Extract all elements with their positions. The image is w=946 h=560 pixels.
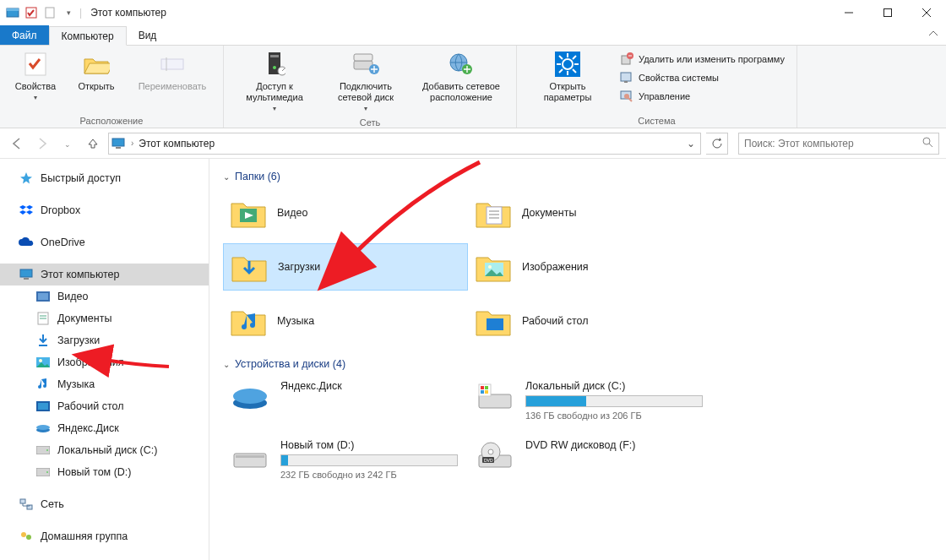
drive-d-label: Новый том (D:) — [280, 439, 461, 451]
folder-tile-music[interactable]: Музыка — [223, 297, 468, 345]
monitor-icon — [19, 267, 34, 282]
sidebar-onedrive-label: OneDrive — [41, 237, 85, 248]
svg-rect-76 — [485, 386, 488, 389]
drive-icon — [35, 465, 51, 480]
tab-file[interactable]: Файл — [0, 25, 49, 45]
sidebar-dropbox[interactable]: Dropbox — [0, 199, 209, 221]
sidebar-onedrive[interactable]: OneDrive — [0, 231, 209, 253]
drive-c-free: 136 ГБ свободно из 206 ГБ — [525, 410, 706, 421]
sidebar-yadisk[interactable]: Яндекс.Диск — [0, 417, 209, 439]
folder-tile-docs[interactable]: Документы — [468, 189, 713, 237]
svg-point-54 — [36, 425, 50, 430]
system-props-label: Свойства системы — [639, 73, 719, 83]
sidebar-homegroup[interactable]: Домашняя группа — [0, 525, 209, 547]
drive-tile-c[interactable]: Локальный диск (C:) 136 ГБ свободно из 2… — [468, 377, 713, 424]
drive-tile-yadisk[interactable]: Яндекс.Диск — [223, 377, 468, 424]
open-button[interactable]: Открыть — [69, 49, 123, 94]
drives-header-label: Устройства и диски (4) — [235, 358, 345, 370]
sidebar-downloads[interactable]: Загрузки — [0, 329, 209, 351]
sidebar-downloads-label: Загрузки — [57, 334, 100, 346]
maximize-button[interactable] — [868, 0, 907, 25]
chevron-right-icon[interactable]: › — [129, 139, 135, 148]
close-button[interactable] — [907, 0, 946, 25]
folder-desktop-icon — [475, 302, 512, 340]
sidebar-pictures[interactable]: Изображения — [0, 351, 209, 373]
map-drive-label: Подключить сетевой диск — [338, 81, 394, 103]
this-pc-icon — [111, 136, 126, 151]
sidebar-yadisk-label: Яндекс.Диск — [57, 422, 119, 434]
manage-icon — [620, 90, 633, 103]
breadcrumb-this-pc[interactable]: Этот компьютер — [139, 138, 215, 150]
drives-group-header[interactable]: ⌄ Устройства и диски (4) — [223, 358, 932, 370]
chevron-down-icon: ⌄ — [223, 172, 230, 182]
content-pane: ⌄ Папки (6) Видео Документы Загрузки Изо… — [209, 159, 946, 560]
svg-point-61 — [21, 532, 26, 537]
svg-point-14 — [278, 67, 285, 75]
search-icon — [922, 136, 933, 150]
sidebar-music[interactable]: Музыка — [0, 373, 209, 395]
nav-up-button[interactable] — [83, 133, 103, 154]
ribbon-tabs: Файл Компьютер Вид — [0, 25, 946, 46]
dropbox-icon — [19, 203, 34, 218]
manage-button[interactable]: Управление — [617, 88, 788, 105]
ribbon-collapse-icon[interactable] — [921, 25, 946, 45]
svg-rect-33 — [621, 73, 631, 81]
dvd-drive-icon: DVD — [475, 439, 515, 473]
sidebar-video[interactable]: Видео — [0, 285, 209, 307]
picture-icon — [35, 355, 51, 370]
tab-computer[interactable]: Компьютер — [49, 26, 127, 46]
sidebar-docs[interactable]: Документы — [0, 307, 209, 329]
ribbon: Свойства ▾ Открыть Переименовать Располо… — [0, 46, 946, 128]
add-network-location-button[interactable]: Добавить сетевое расположение — [415, 49, 508, 105]
nav-forward-button[interactable] — [32, 133, 52, 154]
properties-icon — [22, 51, 49, 78]
uninstall-programs-button[interactable]: Удалить или изменить программу — [617, 51, 788, 68]
folder-music-icon — [230, 302, 267, 340]
folder-tile-video[interactable]: Видео — [223, 189, 468, 237]
refresh-button[interactable] — [706, 133, 728, 155]
address-bar[interactable]: › Этот компьютер ⌄ — [108, 133, 701, 155]
svg-rect-42 — [24, 278, 29, 280]
nav-recent-dropdown[interactable]: ⌄ — [57, 133, 78, 154]
group-network-label: Сеть — [232, 116, 508, 128]
yandex-disk-icon — [35, 421, 51, 436]
manage-label: Управление — [639, 91, 690, 101]
folder-docs-label: Документы — [522, 207, 576, 219]
sidebar-new-vol-d[interactable]: Новый том (D:) — [0, 461, 209, 483]
folders-group-header[interactable]: ⌄ Папки (6) — [223, 171, 932, 182]
svg-rect-80 — [236, 455, 264, 458]
qat-properties-icon[interactable] — [24, 5, 39, 20]
sidebar-quick-access[interactable]: Быстрый доступ — [0, 167, 209, 189]
address-dropdown-icon[interactable]: ⌄ — [683, 138, 699, 150]
svg-point-83 — [488, 449, 493, 454]
folder-tile-desktop[interactable]: Рабочий стол — [468, 297, 713, 345]
search-input[interactable] — [744, 138, 905, 150]
folder-tile-downloads[interactable]: Загрузки — [223, 243, 468, 291]
svg-rect-75 — [481, 386, 484, 389]
qat-dropdown-icon[interactable]: ▾ — [61, 5, 76, 20]
system-properties-button[interactable]: Свойства системы — [617, 69, 788, 86]
sidebar-desktop-label: Рабочий стол — [57, 400, 123, 412]
drive-tile-dvd[interactable]: DVD DVD RW дисковод (F:) — [468, 436, 713, 483]
sidebar-desktop[interactable]: Рабочий стол — [0, 395, 209, 417]
qat-blank-icon[interactable] — [42, 5, 57, 20]
sidebar-this-pc[interactable]: Этот компьютер — [0, 264, 209, 285]
sidebar-network[interactable]: Сеть — [0, 493, 209, 515]
open-settings-button[interactable]: Открыть параметры — [525, 49, 610, 105]
map-drive-button[interactable]: Подключить сетевой диск ▾ — [323, 49, 408, 116]
svg-rect-16 — [354, 54, 372, 61]
minimize-button[interactable] — [829, 0, 868, 25]
media-access-button[interactable]: Доступ к мультимедиа ▾ — [232, 49, 317, 116]
folder-tile-pictures[interactable]: Изображения — [468, 243, 713, 291]
svg-rect-34 — [624, 81, 628, 83]
group-location-label: Расположение — [8, 114, 215, 126]
tab-view[interactable]: Вид — [127, 25, 169, 45]
download-arrow-icon — [35, 333, 51, 348]
sidebar-local-c[interactable]: Локальный диск (C:) — [0, 439, 209, 461]
nav-back-button[interactable] — [7, 133, 27, 154]
search-box[interactable] — [738, 133, 939, 155]
properties-button[interactable]: Свойства ▾ — [8, 49, 63, 105]
star-icon — [19, 171, 34, 186]
drive-tile-d[interactable]: Новый том (D:) 232 ГБ свободно из 242 ГБ — [223, 436, 468, 483]
svg-rect-37 — [112, 139, 124, 146]
